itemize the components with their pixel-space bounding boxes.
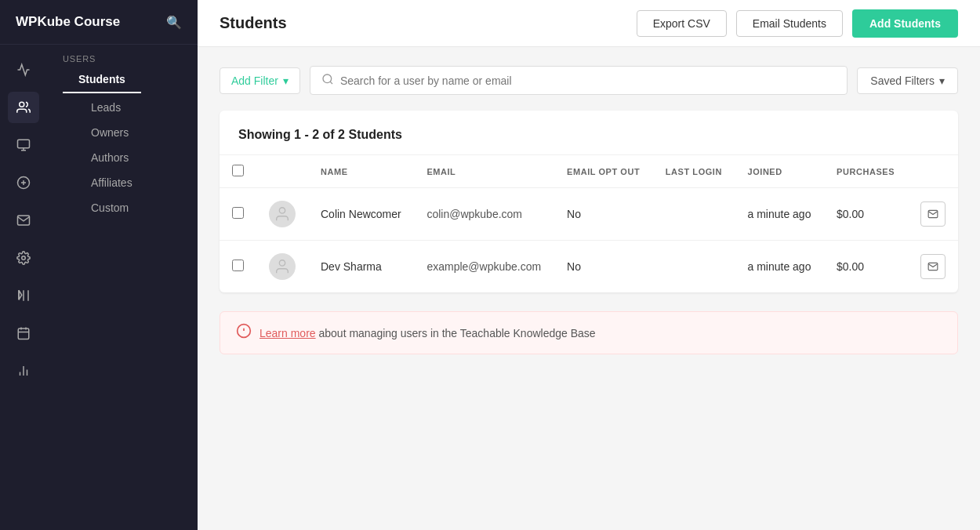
nav-icon-calendar[interactable] — [8, 318, 39, 349]
row1-avatar-cell — [256, 188, 308, 241]
table-row: Dev Sharma example@wpkube.com No a minut… — [220, 241, 958, 293]
svg-rect-1 — [18, 140, 30, 148]
row2-name: Dev Sharma — [308, 241, 414, 293]
svg-line-20 — [330, 82, 332, 84]
row1-joined: a minute ago — [735, 188, 825, 241]
users-section-label: USERS — [47, 45, 198, 67]
select-all-checkbox[interactable] — [232, 165, 244, 176]
email-col-header: EMAIL — [414, 155, 554, 188]
chevron-down-icon: ▾ — [283, 74, 289, 87]
search-input[interactable] — [340, 74, 836, 87]
row1-last-login — [653, 188, 735, 241]
topbar: Students Export CSV Email Students Add S… — [198, 0, 980, 47]
students-table-card: Showing 1 - 2 of 2 Students NAME EMAIL — [220, 111, 958, 292]
sidebar: WPKube Course 🔍 — [0, 0, 198, 530]
row1-checkbox-cell — [220, 188, 256, 241]
topbar-actions: Export CSV Email Students Add Students — [637, 9, 958, 38]
showing-count: Showing 1 - 2 of 2 Students — [220, 111, 958, 155]
search-icon — [321, 73, 334, 88]
row1-checkbox[interactable] — [232, 207, 244, 219]
nav-icon-library[interactable] — [8, 280, 39, 311]
users-sub-items: Students Leads Owners Authors Affiliates… — [47, 67, 198, 220]
row2-avatar — [269, 253, 296, 280]
info-banner: Learn more about managing users in the T… — [220, 311, 958, 354]
main-area: Students Export CSV Email Students Add S… — [198, 0, 980, 530]
table-body: Colin Newcomer colin@wpkube.com No a min… — [220, 188, 958, 293]
actions-col-header — [908, 155, 958, 188]
row2-purchases: $0.00 — [824, 241, 908, 293]
row1-email: colin@wpkube.com — [414, 188, 554, 241]
email-students-button[interactable]: Email Students — [736, 10, 843, 37]
svg-point-7 — [22, 256, 26, 260]
row1-actions — [908, 188, 958, 241]
sidebar-item-leads[interactable]: Leads — [47, 95, 198, 120]
filter-bar: Add Filter ▾ Saved Filters ▾ — [220, 66, 958, 95]
nav-icon-revenue[interactable] — [8, 167, 39, 198]
row2-checkbox-cell — [220, 241, 256, 293]
page-title: Students — [220, 14, 287, 32]
row2-avatar-cell — [256, 241, 308, 293]
sidebar-icons-column — [0, 45, 47, 530]
joined-col-header: JOINED — [735, 155, 825, 188]
sidebar-item-affiliates[interactable]: Affiliates — [47, 170, 198, 195]
avatar-col-header — [256, 155, 308, 188]
add-filter-button[interactable]: Add Filter ▾ — [220, 67, 300, 94]
app-logo: WPKube Course — [16, 14, 120, 30]
sidebar-item-authors[interactable]: Authors — [47, 145, 198, 170]
svg-point-21 — [279, 208, 285, 213]
row2-email-button[interactable] — [920, 254, 946, 279]
name-col-header: NAME — [308, 155, 414, 188]
nav-icon-settings[interactable] — [8, 242, 39, 274]
svg-point-22 — [279, 260, 285, 266]
svg-point-19 — [323, 74, 332, 83]
saved-filters-button[interactable]: Saved Filters ▾ — [857, 67, 958, 94]
row2-last-login — [653, 241, 735, 293]
nav-icon-email[interactable] — [8, 205, 39, 236]
sidebar-item-owners[interactable]: Owners — [47, 120, 198, 145]
svg-point-0 — [20, 102, 24, 107]
select-all-header — [220, 155, 256, 188]
info-icon — [236, 323, 252, 343]
export-csv-button[interactable]: Export CSV — [637, 10, 727, 37]
email-opt-out-col-header: EMAIL OPT OUT — [554, 155, 653, 188]
row2-email: example@wpkube.com — [414, 241, 554, 293]
row1-email-opt-out: No — [554, 188, 653, 241]
chevron-down-icon: ▾ — [939, 74, 945, 87]
row2-checkbox[interactable] — [232, 260, 244, 271]
purchases-col-header: PURCHASES — [824, 155, 908, 188]
nav-icon-analytics[interactable] — [8, 54, 39, 85]
nav-icon-users[interactable] — [8, 92, 39, 123]
row1-email-button[interactable] — [920, 201, 946, 227]
table-row: Colin Newcomer colin@wpkube.com No a min… — [220, 188, 958, 241]
row1-name: Colin Newcomer — [308, 188, 414, 241]
learn-more-link[interactable]: Learn more — [260, 327, 316, 339]
students-table: NAME EMAIL EMAIL OPT OUT LAST LOGIN JOIN — [220, 155, 958, 292]
row2-email-opt-out: No — [554, 241, 653, 293]
nav-icon-reports[interactable] — [8, 355, 39, 387]
row1-purchases: $0.00 — [824, 188, 908, 241]
content-area: Add Filter ▾ Saved Filters ▾ Showing 1 -… — [198, 47, 980, 530]
sidebar-header: WPKube Course 🔍 — [0, 0, 198, 45]
table-header: NAME EMAIL EMAIL OPT OUT LAST LOGIN JOIN — [220, 155, 958, 188]
row2-actions — [908, 241, 958, 293]
last-login-col-header: LAST LOGIN — [653, 155, 735, 188]
svg-rect-12 — [18, 329, 29, 339]
sidebar-item-students[interactable]: Students — [63, 67, 141, 93]
sidebar-labels-column: USERS Students Leads Owners Authors Affi… — [47, 45, 198, 530]
sidebar-item-custom[interactable]: Custom — [47, 195, 198, 220]
row1-avatar — [269, 201, 296, 227]
nav-icon-courses[interactable] — [8, 129, 39, 161]
row2-joined: a minute ago — [735, 241, 825, 293]
add-students-button[interactable]: Add Students — [852, 9, 958, 38]
sidebar-search-icon[interactable]: 🔍 — [166, 15, 182, 30]
search-box — [310, 66, 848, 95]
